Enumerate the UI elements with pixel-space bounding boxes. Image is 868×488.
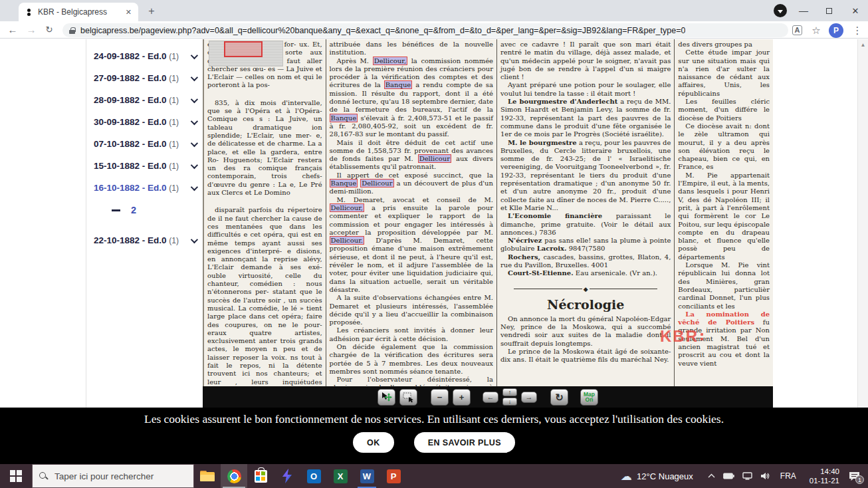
taskbar-search-box[interactable]: Taper ici pour rechercher xyxy=(32,464,194,488)
forward-icon[interactable]: → xyxy=(24,23,39,37)
system-tray: ☁ 12°C Nuageux FRA 14:40 01-11-21 1 xyxy=(621,464,868,488)
date-label: 28-09-1882 - Ed.0 (1) xyxy=(94,95,179,105)
pan-right-button[interactable]: → xyxy=(521,392,537,403)
taskbar-word[interactable]: W xyxy=(354,464,380,488)
taskbar-powerpoint[interactable]: P xyxy=(380,464,407,488)
chevron-down-icon[interactable] xyxy=(191,117,198,124)
rotate-button[interactable]: ↻ xyxy=(550,389,568,406)
network-icon[interactable] xyxy=(742,472,752,480)
padlock-icon[interactable] xyxy=(69,27,75,34)
chevron-down-icon[interactable] xyxy=(191,73,198,80)
newspaper-paragraph: Cette étude impar jour sur une situation… xyxy=(678,49,770,98)
kbr-watermark-text: KBR xyxy=(660,327,699,346)
newspaper-paragraph: Il appert de cet exposé succinct, que la… xyxy=(330,172,493,196)
browser-menu-icon[interactable]: ⋮ xyxy=(851,24,864,37)
pan-down-button[interactable]: ↓ xyxy=(502,398,517,406)
excel-icon: X xyxy=(334,469,348,483)
lightning-icon xyxy=(281,469,293,483)
hidden-icons-chevron[interactable] xyxy=(708,473,715,479)
zoom-out-button[interactable]: − xyxy=(431,389,449,406)
chevron-down-icon[interactable] xyxy=(191,51,198,59)
result-count: (1) xyxy=(169,96,179,105)
language-indicator[interactable]: FRA xyxy=(780,471,796,481)
pan-vertical-cluster: ↑ ↓ xyxy=(502,388,517,406)
sidebar-date-item[interactable]: 30-09-1882 - Ed.0 (1) xyxy=(86,111,203,133)
viewport-rectangle[interactable] xyxy=(224,41,263,57)
newspaper-viewer[interactable]: er à l'inven- ceptions for- ux. Et, chos… xyxy=(203,39,868,408)
back-icon[interactable]: ← xyxy=(5,23,20,37)
chevron-down-icon[interactable] xyxy=(191,95,198,102)
collapse-minus-icon[interactable] xyxy=(112,209,120,211)
map-toggle-button[interactable]: Map On xyxy=(580,389,598,406)
result-count: (1) xyxy=(169,118,179,127)
viewer-toolbar: − + ← ↑ ↓ → ↻ Map On xyxy=(203,386,773,408)
cookie-more-button[interactable]: EN SAVOIR PLUS xyxy=(414,432,515,453)
window-maximize-button[interactable] xyxy=(817,0,840,21)
chevron-down-icon[interactable] xyxy=(191,139,198,146)
result-count: (1) xyxy=(169,236,179,245)
taskbar-file-explorer[interactable] xyxy=(194,464,221,488)
newspaper-paragraph: Le bourgmestre d'Anderlecht a reçu de MM… xyxy=(500,98,671,138)
date-label: 30-09-1882 - Ed.0 (1) xyxy=(94,117,179,127)
sidebar-date-item[interactable]: 24-09-1882 - Ed.0 (1) xyxy=(86,45,203,67)
sidebar-date-item[interactable]: 15-10-1882 - Ed.0 (1) xyxy=(86,155,203,177)
new-tab-button[interactable]: + xyxy=(145,5,158,19)
sidebar-date-item[interactable]: 22-10-1882 - Ed.0 (1) xyxy=(86,229,203,251)
window-close-button[interactable]: ✕ xyxy=(843,0,868,21)
kbr-watermark-dots-icon xyxy=(701,333,703,340)
translate-icon[interactable]: A xyxy=(792,25,802,35)
notification-center-button[interactable]: 1 xyxy=(849,471,860,481)
reload-icon[interactable]: ↻ xyxy=(42,23,56,37)
sidebar-date-item[interactable]: 28-09-1882 - Ed.0 (1) xyxy=(86,89,203,111)
kbr-favicon-icon xyxy=(24,7,33,17)
pan-cursor-icon xyxy=(381,392,392,403)
newspaper-paragraph: Les feuilles cléric moment, d'un différe… xyxy=(678,98,770,122)
scroll-up-arrow-icon[interactable]: ▲ xyxy=(858,39,868,48)
region-select-tool-button[interactable] xyxy=(399,389,417,406)
page-number[interactable]: 2 xyxy=(131,205,136,215)
address-bar[interactable]: belgicapress.be/pageview.php?adv=0&all_q… xyxy=(62,23,788,37)
chevron-down-icon[interactable] xyxy=(191,235,198,243)
kbr-watermark: KBR xyxy=(660,327,703,346)
taskbar-chrome[interactable] xyxy=(221,464,247,488)
taskbar-lightning-app[interactable] xyxy=(274,464,300,488)
page-navigator-thumbnail[interactable] xyxy=(209,41,282,66)
tab-close-icon[interactable]: ✕ xyxy=(124,8,133,17)
taskbar-outlook[interactable]: O xyxy=(300,464,327,488)
window-minimize-button[interactable]: — xyxy=(792,0,815,21)
sidebar-date-item[interactable]: 07-10-1882 - Ed.0 (1) xyxy=(86,133,203,155)
cookie-buttons: OK EN SAVOIR PLUS xyxy=(0,432,868,453)
vertical-scrollbar[interactable]: ▲ xyxy=(857,39,868,408)
media-control-icon[interactable] xyxy=(774,4,787,17)
sidebar-date-item[interactable]: 16-10-1882 - Ed.0 (1) xyxy=(86,177,203,199)
date-label: 16-10-1882 - Ed.0 (1) xyxy=(94,183,179,193)
zoom-in-button[interactable]: + xyxy=(453,389,471,406)
bookmark-star-icon[interactable]: ☆ xyxy=(810,24,823,37)
speaker-icon[interactable] xyxy=(760,472,770,480)
pan-tool-button[interactable] xyxy=(378,389,395,406)
battery-icon[interactable] xyxy=(723,473,734,479)
sidebar-page-item[interactable]: 2 xyxy=(86,199,203,221)
cookie-ok-button[interactable]: OK xyxy=(353,432,394,453)
date-text: 01-11-21 xyxy=(810,477,839,485)
browser-tab[interactable]: KBR - Belgicapress ✕ xyxy=(19,3,138,21)
taskbar-microsoft-store[interactable] xyxy=(247,464,274,488)
date-label: 15-10-1882 - Ed.0 (1) xyxy=(94,161,179,171)
weather-text[interactable]: 12°C Nuageux xyxy=(637,471,693,481)
notification-badge: 1 xyxy=(855,475,864,484)
newspaper-column-2: attribuée dans les bénéfices de la nouve… xyxy=(326,39,496,386)
result-count: (1) xyxy=(169,74,179,83)
sidebar-date-item[interactable]: 27-09-1882 - Ed.0 (1) xyxy=(86,67,203,89)
weather-cloud-icon[interactable]: ☁ xyxy=(621,469,632,483)
newspaper-paragraph: disparaît parfois du répertoire de il ne… xyxy=(207,206,322,386)
start-button[interactable] xyxy=(0,464,32,488)
pan-up-button[interactable]: ↑ xyxy=(502,388,517,396)
pan-left-button[interactable]: ← xyxy=(483,392,498,403)
newspaper-paragraph: N'écrivez pas sans elle! sans la plume à… xyxy=(500,237,671,253)
chevron-down-icon[interactable] xyxy=(191,161,198,168)
profile-avatar[interactable]: P xyxy=(829,23,843,38)
chevron-down-icon[interactable] xyxy=(191,183,198,190)
search-hit-highlight: Dellicour xyxy=(418,154,451,163)
clock[interactable]: 14:40 01-11-21 xyxy=(810,467,839,486)
taskbar-excel[interactable]: X xyxy=(327,464,354,488)
